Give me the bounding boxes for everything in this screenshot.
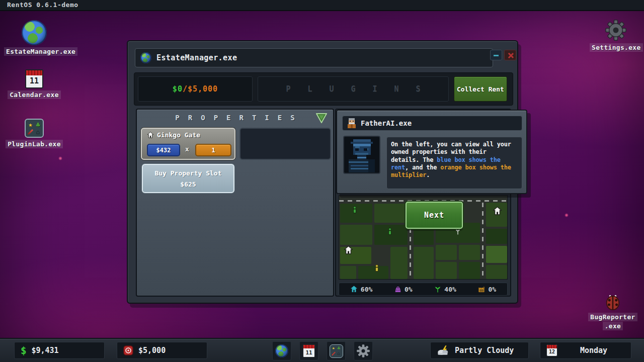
goal-value: $5,000 xyxy=(138,346,166,355)
desktop-icon-settings[interactable]: Settings.exe xyxy=(590,19,642,52)
property-name: Ginkgo Gate xyxy=(157,131,200,139)
goal-widget: $5,000 xyxy=(117,342,207,359)
stat-value: 0% xyxy=(405,286,413,293)
zoning-stats-bar: 60% 0% 40% 0% xyxy=(339,283,508,296)
taskbar-estatemanager[interactable] xyxy=(272,341,291,360)
property-name-row: Ginkgo Gate xyxy=(147,131,200,139)
map-parcel[interactable] xyxy=(486,229,507,244)
stat-industrial: 0% xyxy=(478,286,496,293)
father-ai-icon xyxy=(347,118,357,128)
map-parcel[interactable] xyxy=(436,245,457,260)
map-parcel[interactable] xyxy=(459,245,480,260)
filter-icon[interactable] xyxy=(316,113,327,123)
rent-value-button[interactable]: $432 xyxy=(147,144,180,156)
desktop-icon-pluginlab[interactable]: ★ ♣ ⌂ PluginLab.exe xyxy=(4,119,64,148)
globe-icon xyxy=(140,52,151,63)
house-icon xyxy=(350,286,358,293)
city-map[interactable]: Next xyxy=(339,195,508,280)
villager-icon xyxy=(374,264,379,272)
villager-icon xyxy=(387,228,392,235)
calendar-icon: 11 xyxy=(302,344,315,358)
dialog-message: On the left, you can view all your owned… xyxy=(386,137,522,189)
road-marking xyxy=(482,203,484,280)
globe-icon xyxy=(275,344,288,357)
next-button[interactable]: Next xyxy=(406,202,463,229)
map-parcel[interactable] xyxy=(340,266,356,279)
properties-header: PROPERTIES xyxy=(137,114,333,122)
gear-icon xyxy=(605,19,627,41)
plant-icon xyxy=(434,286,441,293)
map-parcel[interactable] xyxy=(340,225,372,245)
money-current: $0 xyxy=(173,84,183,94)
taskbar-pluginlab[interactable]: ★ ♣ ⌂ xyxy=(327,341,346,360)
map-parcel[interactable] xyxy=(374,204,408,223)
money-progress: $0/$5,000 xyxy=(138,76,253,102)
globe-icon xyxy=(22,20,47,45)
stat-commercial: 0% xyxy=(394,286,413,293)
stat-value: 60% xyxy=(361,286,372,293)
weekday-label: Monday xyxy=(562,346,625,355)
properties-panel: PROPERTIES Ginkgo Gate $432 xyxy=(136,109,334,297)
shop-icon xyxy=(394,286,401,293)
pluginlab-icon: ★ ♣ ⌂ xyxy=(25,119,44,138)
desktop: RentOS 0.6.1-demo EstateManager.exe 11 C… xyxy=(0,0,644,362)
calendar-icon: 12 xyxy=(546,344,557,356)
weather-label: Partly Cloudy xyxy=(455,346,514,355)
desktop-icon-label: EstateManager.exe xyxy=(4,47,77,56)
house-icon xyxy=(493,207,502,215)
window-title: EstateManager.exe xyxy=(156,53,237,62)
minimize-icon xyxy=(494,55,499,56)
plugins-bar[interactable]: PLUGINS xyxy=(258,76,449,102)
star-glyph: ★ xyxy=(27,121,34,128)
weather-widget: Partly Cloudy xyxy=(430,342,529,359)
collect-rent-button[interactable]: Collect Rent xyxy=(454,76,507,102)
pluginlab-icon: ★ ♣ ⌂ xyxy=(330,344,343,358)
dollar-icon: $ xyxy=(21,345,26,356)
map-parcel[interactable] xyxy=(358,266,388,279)
close-button[interactable] xyxy=(504,50,516,60)
map-parcel[interactable] xyxy=(436,262,457,279)
desktop-icon-label: Settings.exe xyxy=(590,43,643,52)
map-parcel[interactable] xyxy=(486,265,507,279)
balance-value: $9,431 xyxy=(31,346,58,355)
desktop-icon-label2: .exe xyxy=(603,322,623,330)
house-icon xyxy=(344,246,353,254)
money-goal: $5,000 xyxy=(188,84,218,94)
dialog-titlebar[interactable]: FatherAI.exe xyxy=(342,116,522,131)
partly-cloudy-icon xyxy=(437,345,450,355)
map-parcel[interactable] xyxy=(414,247,434,279)
multiply-symbol: x xyxy=(185,145,189,153)
map-parcel[interactable] xyxy=(390,247,408,279)
villager-icon xyxy=(352,206,357,214)
map-parcel[interactable] xyxy=(459,262,480,279)
os-topbar: RentOS 0.6.1-demo xyxy=(0,0,644,11)
gear-icon xyxy=(356,344,370,358)
clover-glyph: ♣ xyxy=(34,121,42,128)
factory-icon xyxy=(478,286,485,293)
taskbar-settings[interactable] xyxy=(354,341,373,360)
empty-property-slot xyxy=(239,128,331,160)
dialog-title: FatherAI.exe xyxy=(361,119,412,127)
desktop-icon-bugreporter[interactable]: BugReporter .exe xyxy=(584,293,642,330)
desktop-icon-calendar[interactable]: 11 Calendar.exe xyxy=(4,69,64,99)
balance-widget: $ $9,431 xyxy=(14,342,105,359)
father-ai-avatar xyxy=(343,136,380,174)
goal-target-icon xyxy=(123,345,133,355)
map-parcel[interactable] xyxy=(486,246,507,263)
property-card-ginkgo-gate[interactable]: Ginkgo Gate $432 x 1 xyxy=(141,128,235,160)
window-titlebar[interactable]: EstateManager.exe xyxy=(135,48,493,67)
taskbar-calendar[interactable]: 11 xyxy=(299,341,318,360)
day-widget: 12 Monday xyxy=(540,342,631,359)
buy-property-slot-button[interactable]: Buy Property Slot $625 xyxy=(142,164,234,193)
desktop-icon-estatemanager[interactable]: EstateManager.exe xyxy=(4,20,64,56)
stat-value: 0% xyxy=(488,286,496,293)
plugins-label: PLUGINS xyxy=(286,84,437,94)
house-glyph: ⌂ xyxy=(34,128,42,136)
desktop-icon-label: PluginLab.exe xyxy=(6,140,63,148)
os-version-title: RentOS 0.6.1-demo xyxy=(7,1,78,9)
calendar-icon: 11 xyxy=(25,69,43,88)
stat-value: 40% xyxy=(444,286,456,293)
minimize-button[interactable] xyxy=(490,50,502,60)
multiplier-button[interactable]: 1 xyxy=(195,144,231,156)
ladybug-icon xyxy=(584,293,642,311)
